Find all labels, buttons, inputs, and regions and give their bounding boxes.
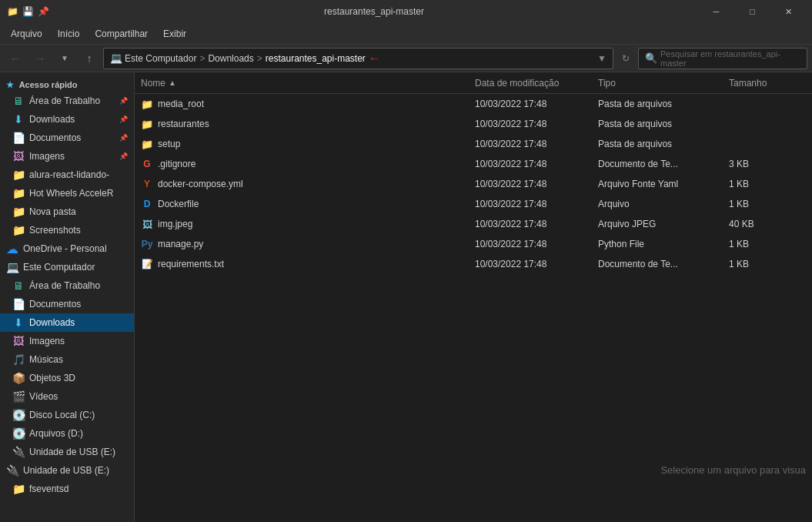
images-icon: 🖼 bbox=[12, 335, 25, 347]
file-type: Pasta de arquivos bbox=[598, 99, 729, 109]
python-icon: Py bbox=[141, 238, 153, 250]
sidebar-item-hotwheels[interactable]: 📁 Hot Wheels AcceleR bbox=[0, 184, 134, 202]
file-name-cell: 📝 requirements.txt bbox=[141, 258, 475, 270]
col-header-name[interactable]: Nome ▲ bbox=[141, 78, 475, 89]
file-row[interactable]: Py manage.py 10/03/2022 17:48 Python Fil… bbox=[135, 234, 812, 254]
file-type: Pasta de arquivos bbox=[598, 119, 729, 129]
menu-exibir[interactable]: Exibir bbox=[155, 23, 194, 44]
dropdown-button[interactable]: ▼ bbox=[54, 48, 75, 69]
file-type: Arquivo JPEG bbox=[598, 219, 729, 229]
computer-icon: 💻 bbox=[6, 261, 18, 273]
maximize-button[interactable]: □ bbox=[735, 0, 770, 23]
minimize-button[interactable]: ─ bbox=[699, 0, 733, 23]
sidebar-item-label: Unidade de USB (E:) bbox=[29, 447, 128, 457]
file-name: media_root bbox=[158, 99, 204, 109]
sidebar-item-usb-e[interactable]: 🔌 Unidade de USB (E:) bbox=[0, 443, 134, 461]
file-modified: 10/03/2022 17:48 bbox=[475, 239, 598, 249]
sidebar: ★ Acesso rápido 🖥 Área de Trabalho 📌 ⬇ D… bbox=[0, 72, 135, 522]
file-size: 1 KB bbox=[729, 179, 806, 189]
onedrive-icon: ☁ bbox=[6, 243, 18, 255]
file-modified: 10/03/2022 17:48 bbox=[475, 159, 598, 169]
file-size: 1 KB bbox=[729, 259, 806, 269]
address-bar[interactable]: 💻 Este Computador > Downloads > restaura… bbox=[103, 48, 613, 69]
menu-arquivo[interactable]: Arquivo bbox=[3, 23, 50, 44]
sidebar-item-desktop-quick[interactable]: 🖥 Área de Trabalho 📌 bbox=[0, 92, 134, 110]
folder-icon: 📁 bbox=[12, 169, 25, 181]
sidebar-item-screenshots[interactable]: 📁 Screenshots bbox=[0, 221, 134, 239]
address-computer-label: Este Computador bbox=[125, 53, 196, 64]
file-type: Python File bbox=[598, 239, 729, 249]
col-header-modified[interactable]: Data de modificação bbox=[475, 78, 598, 89]
address-downloads-label: Downloads bbox=[208, 53, 253, 64]
sidebar-item-disk-c[interactable]: 💽 Disco Local (C:) bbox=[0, 406, 134, 424]
back-button[interactable]: ← bbox=[5, 48, 26, 69]
sidebar-item-label: Imagens bbox=[29, 151, 115, 162]
file-row[interactable]: 📁 restaurantes 10/03/2022 17:48 Pasta de… bbox=[135, 114, 812, 134]
sidebar-item-label: Nova pasta bbox=[29, 206, 128, 217]
file-modified: 10/03/2022 17:48 bbox=[475, 99, 598, 109]
docs-icon: 📄 bbox=[12, 132, 25, 144]
file-modified: 10/03/2022 17:48 bbox=[475, 259, 598, 269]
file-modified: 10/03/2022 17:48 bbox=[475, 139, 598, 149]
disk-icon: 💽 bbox=[12, 409, 25, 421]
sidebar-item-label: Área de Trabalho bbox=[29, 280, 128, 291]
sidebar-item-docs-computer[interactable]: 📄 Documentos bbox=[0, 295, 134, 313]
file-row[interactable]: 🖼 img.jpeg 10/03/2022 17:48 Arquivo JPEG… bbox=[135, 214, 812, 234]
sidebar-item-desktop-computer[interactable]: 🖥 Área de Trabalho bbox=[0, 276, 134, 295]
sidebar-item-images-quick[interactable]: 🖼 Imagens 📌 bbox=[0, 147, 134, 166]
3d-icon: 📦 bbox=[12, 372, 25, 384]
file-name-cell: Y docker-compose.yml bbox=[141, 178, 475, 190]
music-icon: 🎵 bbox=[12, 353, 25, 366]
menu-inicio[interactable]: Início bbox=[50, 23, 88, 44]
file-row[interactable]: G .gitignore 10/03/2022 17:48 Documento … bbox=[135, 154, 812, 174]
sidebar-item-usb-section[interactable]: 🔌 Unidade de USB (E:) bbox=[0, 461, 134, 480]
file-name-cell: 📁 media_root bbox=[141, 98, 475, 110]
sidebar-item-music[interactable]: 🎵 Músicas bbox=[0, 350, 134, 369]
yaml-icon: Y bbox=[141, 178, 153, 190]
sidebar-item-downloads-quick[interactable]: ⬇ Downloads 📌 bbox=[0, 110, 134, 129]
address-chevron-icon[interactable]: ▼ bbox=[597, 53, 606, 64]
close-button[interactable]: ✕ bbox=[771, 0, 806, 23]
file-row[interactable]: 📝 requirements.txt 10/03/2022 17:48 Docu… bbox=[135, 254, 812, 274]
sidebar-item-images-computer[interactable]: 🖼 Imagens bbox=[0, 332, 134, 350]
file-name: setup bbox=[158, 139, 180, 149]
sidebar-item-label: OneDrive - Personal bbox=[23, 243, 128, 254]
file-list: 📁 media_root 10/03/2022 17:48 Pasta de a… bbox=[135, 94, 812, 522]
sidebar-item-docs-quick[interactable]: 📄 Documentos 📌 bbox=[0, 129, 134, 147]
folder-icon: 📁 bbox=[12, 224, 25, 236]
sidebar-item-label: Músicas bbox=[29, 354, 128, 365]
file-type: Documento de Te... bbox=[598, 259, 729, 269]
forward-button[interactable]: → bbox=[29, 48, 51, 69]
sidebar-item-downloads-computer[interactable]: ⬇ Downloads bbox=[0, 313, 134, 332]
file-name-cell: D Dockerfile bbox=[141, 198, 475, 210]
sidebar-item-alura[interactable]: 📁 alura-react-lidando- bbox=[0, 166, 134, 184]
sidebar-item-label: Área de Trabalho bbox=[29, 95, 115, 106]
file-row[interactable]: 📁 setup 10/03/2022 17:48 Pasta de arquiv… bbox=[135, 134, 812, 154]
menu-compartilhar[interactable]: Compartilhar bbox=[87, 23, 155, 44]
sidebar-item-computer[interactable]: 💻 Este Computador bbox=[0, 258, 134, 276]
pin-icon: 📌 bbox=[37, 5, 49, 18]
desktop-icon: 🖥 bbox=[12, 279, 25, 292]
file-name-cell: 🖼 img.jpeg bbox=[141, 218, 475, 230]
search-bar[interactable]: 🔍 Pesquisar em restaurantes_api-master bbox=[638, 48, 807, 69]
sidebar-item-fseventsd[interactable]: 📁 fseventsd bbox=[0, 480, 134, 498]
address-downloads: Downloads bbox=[208, 53, 253, 64]
sidebar-item-nova-pasta[interactable]: 📁 Nova pasta bbox=[0, 202, 134, 221]
file-name: .gitignore bbox=[158, 159, 195, 169]
refresh-button[interactable]: ↻ bbox=[617, 49, 635, 68]
file-type: Arquivo bbox=[598, 199, 729, 209]
col-header-type[interactable]: Tipo bbox=[598, 78, 729, 89]
file-row[interactable]: D Dockerfile 10/03/2022 17:48 Arquivo 1 … bbox=[135, 194, 812, 214]
pin-icon: 📌 bbox=[119, 134, 128, 142]
folder-icon: 📁 bbox=[6, 5, 18, 18]
up-button[interactable]: ↑ bbox=[79, 48, 100, 69]
menu-bar: Arquivo Início Compartilhar Exibir bbox=[0, 23, 812, 45]
sidebar-item-disk-d[interactable]: 💽 Arquivos (D:) bbox=[0, 424, 134, 443]
sidebar-item-label: alura-react-lidando- bbox=[29, 169, 128, 180]
sidebar-item-onedrive[interactable]: ☁ OneDrive - Personal bbox=[0, 239, 134, 258]
file-row[interactable]: 📁 media_root 10/03/2022 17:48 Pasta de a… bbox=[135, 94, 812, 114]
col-header-size[interactable]: Tamanho bbox=[729, 78, 806, 89]
file-row[interactable]: Y docker-compose.yml 10/03/2022 17:48 Ar… bbox=[135, 174, 812, 194]
sidebar-item-3d[interactable]: 📦 Objetos 3D bbox=[0, 369, 134, 387]
sidebar-item-videos[interactable]: 🎬 Vídeos bbox=[0, 387, 134, 406]
